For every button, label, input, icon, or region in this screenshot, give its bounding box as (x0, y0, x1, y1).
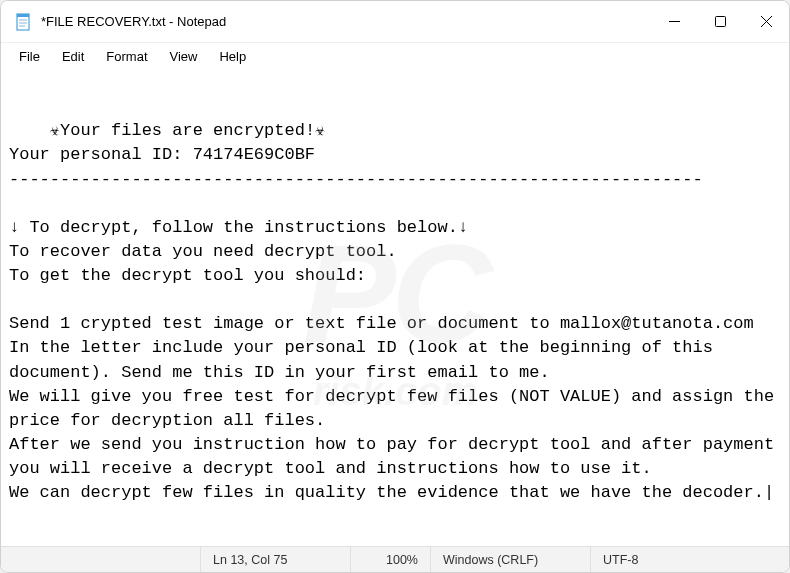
status-blank (1, 547, 201, 572)
svg-rect-1 (17, 14, 29, 17)
notepad-window: *FILE RECOVERY.txt - Notepad File Edit F… (0, 0, 790, 573)
menu-edit[interactable]: Edit (52, 46, 94, 67)
statusbar: Ln 13, Col 75 100% Windows (CRLF) UTF-8 (1, 546, 789, 572)
status-encoding: UTF-8 (591, 547, 789, 572)
maximize-button[interactable] (697, 1, 743, 42)
menu-format[interactable]: Format (96, 46, 157, 67)
status-position: Ln 13, Col 75 (201, 547, 351, 572)
menu-file[interactable]: File (9, 46, 50, 67)
svg-rect-6 (715, 17, 725, 27)
text-editor[interactable]: PC risk.com ☣Your files are encrypted!☣ … (1, 69, 789, 546)
notepad-icon (15, 12, 31, 32)
titlebar[interactable]: *FILE RECOVERY.txt - Notepad (1, 1, 789, 43)
window-controls (651, 1, 789, 42)
close-button[interactable] (743, 1, 789, 42)
minimize-button[interactable] (651, 1, 697, 42)
status-line-ending: Windows (CRLF) (431, 547, 591, 572)
window-title: *FILE RECOVERY.txt - Notepad (41, 14, 226, 29)
menubar: File Edit Format View Help (1, 43, 789, 69)
editor-text: ☣Your files are encrypted!☣ Your persona… (9, 121, 784, 502)
status-zoom: 100% (351, 547, 431, 572)
menu-help[interactable]: Help (209, 46, 256, 67)
menu-view[interactable]: View (160, 46, 208, 67)
